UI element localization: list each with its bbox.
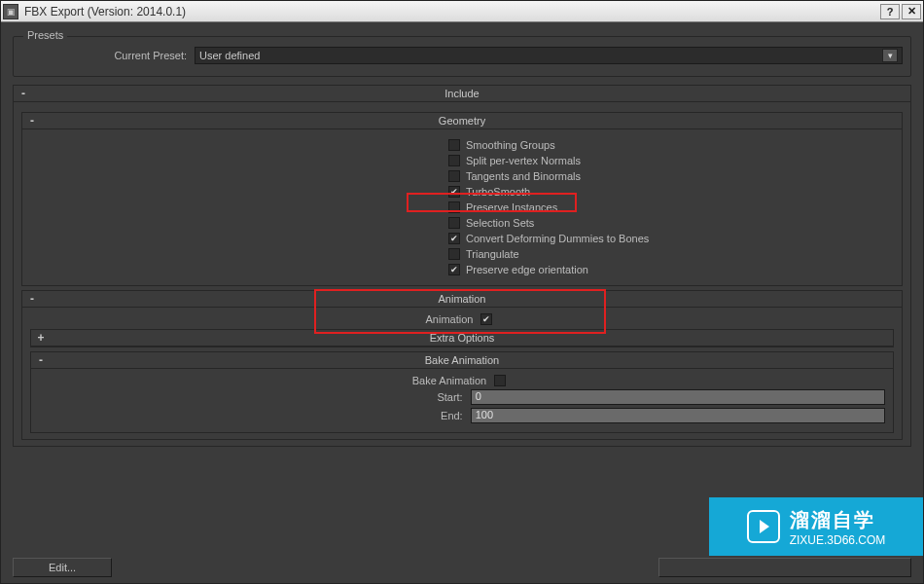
checkbox-icon bbox=[448, 139, 460, 151]
animation-checkbox-row: Animation bbox=[30, 313, 894, 325]
chk-triangulate[interactable]: Triangulate bbox=[448, 248, 894, 260]
collapse-icon: - bbox=[22, 292, 42, 306]
end-input[interactable]: 100 bbox=[471, 408, 885, 423]
current-preset-value: User defined bbox=[199, 50, 260, 61]
section-title: Geometry bbox=[22, 115, 902, 127]
help-button[interactable]: ? bbox=[880, 4, 900, 19]
chk-turbosmooth[interactable]: TurboSmooth bbox=[448, 186, 894, 198]
close-button[interactable]: ✕ bbox=[902, 4, 921, 19]
section-extra-options: + Extra Options bbox=[30, 329, 894, 347]
fbx-export-window: ▣ FBX Export (Version: 2014.0.1) ? ✕ Pre… bbox=[0, 0, 924, 584]
end-frame-row: End: 100 bbox=[39, 408, 885, 423]
footer-bar: Edit... bbox=[13, 558, 911, 577]
section-geometry-header[interactable]: - Geometry bbox=[22, 113, 902, 129]
presets-fieldset: Presets Current Preset: User defined bbox=[13, 36, 911, 77]
checkbox-icon bbox=[448, 201, 460, 213]
section-geometry: - Geometry Smoothing Groups Split per-ve… bbox=[21, 112, 903, 286]
chk-smoothing-groups[interactable]: Smoothing Groups bbox=[448, 139, 894, 151]
chevron-down-icon bbox=[882, 49, 898, 62]
checkbox-icon bbox=[448, 217, 460, 229]
start-label: Start: bbox=[39, 391, 463, 403]
chk-bake-animation[interactable] bbox=[494, 375, 512, 386]
start-frame-row: Start: 0 bbox=[39, 389, 885, 405]
chk-tangents-binormals[interactable]: Tangents and Binormals bbox=[448, 170, 894, 182]
checkbox-icon bbox=[448, 186, 460, 198]
collapse-icon: - bbox=[22, 114, 42, 128]
section-title: Animation bbox=[22, 293, 902, 305]
section-title: Extra Options bbox=[31, 332, 893, 344]
title-bar: ▣ FBX Export (Version: 2014.0.1) ? ✕ bbox=[1, 1, 923, 22]
end-label: End: bbox=[39, 410, 463, 421]
window-body: Presets Current Preset: User defined - I… bbox=[1, 22, 923, 583]
section-include-header[interactable]: - Include bbox=[14, 86, 910, 102]
checkbox-icon bbox=[480, 313, 492, 325]
section-extra-header[interactable]: + Extra Options bbox=[31, 330, 893, 347]
checkbox-icon bbox=[448, 170, 460, 182]
section-bake-animation: - Bake Animation Bake Animation Start: bbox=[30, 351, 894, 433]
expand-icon: + bbox=[31, 331, 51, 345]
chk-selection-sets[interactable]: Selection Sets bbox=[448, 217, 894, 229]
play-icon bbox=[747, 510, 780, 543]
checkbox-icon bbox=[448, 155, 460, 166]
watermark: 溜溜自学 ZIXUE.3D66.COM bbox=[709, 497, 923, 556]
section-include: - Include - Geometry Smoothing Groups Sp… bbox=[13, 85, 911, 447]
geometry-options: Smoothing Groups Split per-vertex Normal… bbox=[448, 139, 894, 275]
current-preset-dropdown[interactable]: User defined bbox=[195, 47, 903, 64]
section-animation-header[interactable]: - Animation bbox=[22, 291, 902, 308]
app-icon: ▣ bbox=[3, 4, 18, 19]
section-animation: - Animation Animation + Extra Options bbox=[21, 290, 903, 440]
collapse-icon: - bbox=[14, 87, 33, 100]
chk-convert-dummies[interactable]: Convert Deforming Dummies to Bones bbox=[448, 233, 894, 244]
chk-preserve-instances[interactable]: Preserve Instances bbox=[448, 201, 894, 213]
bake-label: Bake Animation bbox=[412, 375, 486, 386]
collapse-icon: - bbox=[31, 353, 51, 367]
watermark-brand: 溜溜自学 bbox=[790, 507, 886, 533]
start-input[interactable]: 0 bbox=[471, 389, 885, 405]
chk-preserve-edge[interactable]: Preserve edge orientation bbox=[448, 264, 894, 275]
animation-label: Animation bbox=[426, 313, 474, 325]
checkbox-icon bbox=[448, 233, 460, 244]
window-title: FBX Export (Version: 2014.0.1) bbox=[24, 5, 878, 18]
watermark-text: 溜溜自学 ZIXUE.3D66.COM bbox=[790, 507, 886, 547]
watermark-url: ZIXUE.3D66.COM bbox=[790, 533, 886, 547]
chk-animation[interactable] bbox=[480, 313, 498, 325]
section-bake-header[interactable]: - Bake Animation bbox=[31, 352, 893, 369]
section-title: Bake Animation bbox=[31, 354, 893, 366]
edit-button[interactable]: Edit... bbox=[13, 558, 112, 577]
footer-button-right[interactable] bbox=[658, 558, 911, 577]
current-preset-label: Current Preset: bbox=[21, 50, 187, 61]
presets-legend: Presets bbox=[23, 29, 67, 41]
section-title: Include bbox=[14, 88, 910, 99]
chk-split-normals[interactable]: Split per-vertex Normals bbox=[448, 155, 894, 166]
checkbox-icon bbox=[448, 248, 460, 260]
current-preset-row: Current Preset: User defined bbox=[21, 47, 903, 64]
bake-checkbox-row: Bake Animation bbox=[39, 375, 885, 386]
checkbox-icon bbox=[448, 264, 460, 275]
checkbox-icon bbox=[494, 375, 506, 386]
